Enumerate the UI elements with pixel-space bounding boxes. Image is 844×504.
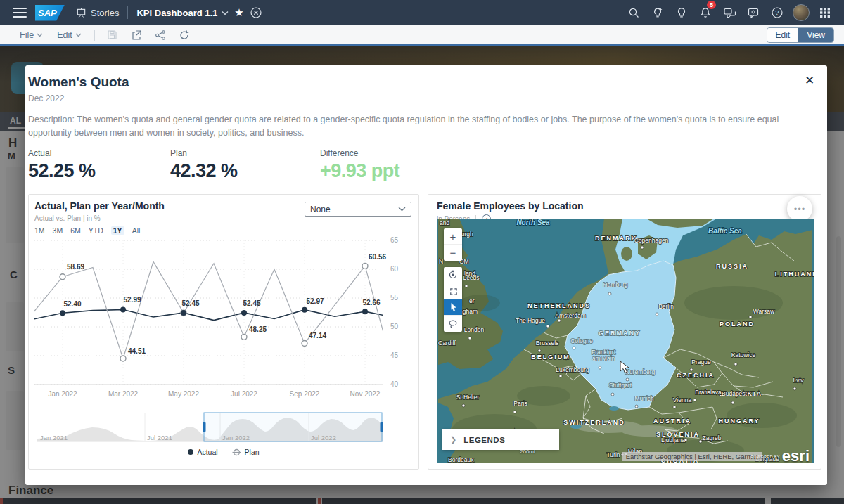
lasso-tool-button[interactable] — [444, 316, 462, 332]
svg-text:AUSTRIA: AUSTRIA — [653, 418, 691, 425]
range-ytd[interactable]: YTD — [89, 226, 103, 235]
popup-subtitle: Dec 2022 — [28, 93, 64, 103]
svg-text:52.45: 52.45 — [181, 299, 199, 307]
stories-nav[interactable]: Stories — [76, 8, 119, 18]
pointer-tool-button[interactable] — [444, 299, 462, 316]
edit-menu-label: Edit — [57, 30, 72, 40]
svg-text:48.25: 48.25 — [249, 325, 267, 333]
save-icon[interactable] — [102, 27, 123, 43]
legends-button[interactable]: ❯ LEGENDS — [442, 429, 559, 450]
svg-text:May 2022: May 2022 — [168, 390, 199, 398]
kpi-actual: Actual 52.25 % — [28, 148, 96, 182]
svg-text:St Helier: St Helier — [456, 394, 480, 401]
edit-menu[interactable]: Edit — [51, 28, 87, 42]
svg-text:Bratislava: Bratislava — [695, 389, 722, 396]
svg-text:Jan 2022: Jan 2022 — [48, 390, 77, 398]
range-1y-selected[interactable]: 1Y — [111, 226, 124, 235]
notification-badge: 5 — [707, 1, 716, 9]
kpi-plan-value: 42.32 % — [170, 160, 238, 182]
overview-label: Jul 2021 — [147, 434, 172, 441]
popup-title: Women's Quota — [28, 75, 129, 90]
svg-text:er: er — [469, 297, 475, 304]
export-icon[interactable] — [126, 27, 147, 43]
chart-card: Actual, Plan per Year/Month Actual vs. P… — [28, 194, 419, 470]
time-range-buttons: 1M 3M 6M YTD 1Y All — [29, 222, 418, 235]
expand-button[interactable] — [444, 283, 462, 299]
geo-map[interactable]: North SeaBaltic SeaDENMARKNETHERLANDSBEL… — [437, 219, 814, 463]
close-icon[interactable]: ✕ — [800, 71, 819, 89]
plan-marker-icon — [232, 448, 241, 456]
sap-logo[interactable]: SAP — [35, 5, 65, 21]
divider — [127, 6, 128, 19]
map-menu-button[interactable]: ••• — [787, 196, 812, 221]
share-icon[interactable] — [150, 27, 171, 43]
svg-text:Nov 2022: Nov 2022 — [350, 390, 381, 398]
svg-text:LITHUANIA: LITHUANIA — [775, 271, 814, 278]
search-icon[interactable] — [622, 4, 646, 22]
svg-text:London: London — [464, 326, 485, 333]
reset-zoom-button[interactable] — [444, 267, 462, 283]
svg-text:Ljubljana: Ljubljana — [661, 437, 685, 444]
svg-text:60: 60 — [390, 265, 399, 273]
comments-icon[interactable] — [717, 4, 741, 22]
cancel-circle-icon[interactable] — [250, 6, 262, 19]
svg-text:47.14: 47.14 — [309, 332, 326, 340]
svg-text:RUSSIA: RUSSIA — [716, 263, 748, 270]
svg-text:POLAND: POLAND — [720, 321, 755, 328]
svg-text:Vienna: Vienna — [673, 396, 692, 403]
user-avatar[interactable] — [789, 4, 813, 22]
app-grid-icon[interactable] — [813, 4, 837, 22]
insights-icon[interactable] — [646, 4, 670, 22]
svg-text:Baltic Sea: Baltic Sea — [708, 227, 742, 235]
document-title-menu[interactable]: KPI Dashboard 1.1 — [136, 8, 229, 18]
legends-label: LEGENDS — [463, 436, 505, 444]
kpi-plan-label: Plan — [170, 148, 238, 158]
lightbulb-icon[interactable] — [670, 4, 693, 22]
zoom-in-button[interactable]: + — [444, 228, 462, 245]
range-6m[interactable]: 6M — [70, 226, 81, 235]
svg-text:44.51: 44.51 — [128, 347, 146, 355]
filter-select[interactable]: None — [305, 202, 411, 217]
chevron-down-icon — [75, 33, 82, 37]
range-all[interactable]: All — [132, 226, 141, 235]
kpi-difference: Difference +9.93 ppt — [320, 148, 399, 182]
line-chart[interactable]: 404550556065Jan 2022Mar 2022May 2022Jul … — [34, 236, 409, 405]
notifications-bell-icon[interactable]: 5 — [693, 4, 717, 22]
svg-text:DENMARK: DENMARK — [595, 235, 637, 242]
selection-handle-right[interactable] — [381, 422, 383, 432]
refresh-icon[interactable] — [174, 27, 195, 43]
file-menu[interactable]: File — [14, 28, 49, 42]
help-icon[interactable]: ? — [765, 4, 789, 22]
legend-plan[interactable]: Plan — [232, 448, 260, 456]
svg-text:52.40: 52.40 — [63, 300, 81, 308]
view-mode-button[interactable]: View — [798, 28, 833, 42]
chevron-down-icon — [398, 207, 406, 212]
legend-actual[interactable]: Actual — [188, 448, 217, 456]
esri-logo: POWERED BY esri — [751, 450, 810, 463]
mouse-cursor — [620, 361, 631, 375]
svg-text:58.69: 58.69 — [67, 263, 84, 271]
divider — [94, 30, 95, 41]
zoom-out-button[interactable]: − — [444, 245, 462, 261]
svg-text:Turin: Turin — [606, 451, 620, 458]
svg-text:65: 65 — [390, 236, 399, 244]
svg-text:Frankfurtam Main: Frankfurtam Main — [592, 349, 616, 362]
svg-text:45: 45 — [390, 351, 399, 359]
edit-mode-button[interactable]: Edit — [767, 28, 799, 42]
feedback-icon[interactable] — [741, 4, 765, 22]
favorite-star-icon[interactable]: ★ — [234, 6, 243, 19]
svg-text:and: and — [440, 219, 449, 226]
range-1m[interactable]: 1M — [34, 226, 45, 235]
range-3m[interactable]: 3M — [53, 226, 63, 235]
svg-text:Jul 2022: Jul 2022 — [231, 390, 257, 398]
chevron-down-icon — [37, 33, 43, 37]
svg-text:Cologne: Cologne — [570, 337, 593, 344]
chart-overview-scrollbar[interactable]: Jan 2021 Jul 2021 Jan 2022 Jul 2022 — [37, 412, 383, 444]
chart-legend: Actual Plan — [29, 448, 418, 456]
actual-marker-icon — [188, 449, 193, 455]
hamburger-menu-icon[interactable] — [13, 8, 27, 18]
file-menu-label: File — [20, 30, 34, 40]
svg-text:Hamburg: Hamburg — [603, 281, 628, 288]
selection-handle-left[interactable] — [203, 422, 206, 432]
overview-label: Jan 2022 — [222, 434, 250, 441]
